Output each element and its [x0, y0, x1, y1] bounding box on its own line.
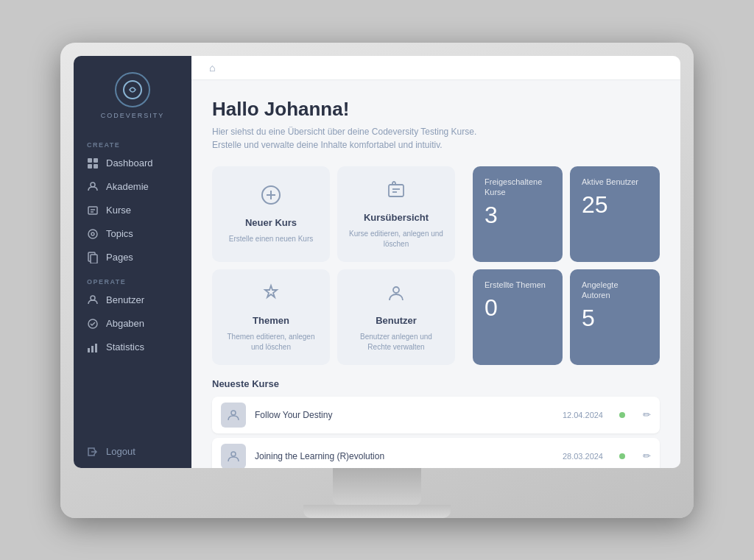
sidebar-item-label: Pages: [106, 252, 133, 263]
users-title: Benutzer: [376, 315, 417, 326]
stat-card-0: Freigeschaltene Kurse 3: [473, 166, 563, 262]
dashboard-icon: [87, 157, 99, 169]
abgaben-icon: [87, 318, 99, 330]
sidebar-item-akademie[interactable]: Akademie: [74, 175, 191, 199]
svg-rect-4: [94, 164, 98, 169]
logo-circle: [115, 72, 150, 107]
topics-sub: Themen editieren, anlegen und löschen: [222, 332, 320, 352]
benutzer-icon: [87, 294, 99, 306]
course-edit-button-0[interactable]: ✏: [643, 409, 651, 420]
svg-rect-17: [95, 344, 97, 352]
stat-label-1: Aktive Benutzer: [582, 177, 648, 187]
table-row: Joining the Learning (R)evolution 28.03.…: [212, 438, 660, 468]
course-thumb-icon: [226, 408, 241, 422]
svg-point-24: [393, 287, 399, 293]
sidebar-item-kurse[interactable]: Kurse: [74, 199, 191, 222]
sidebar: CODEVERSITY CREATE Dashboard Akademie Ku…: [74, 56, 191, 468]
svg-point-9: [88, 230, 97, 238]
kurse-icon: [87, 205, 99, 216]
stat-card-3: Angelegte Autoren 5: [570, 269, 660, 365]
sidebar-item-label: Statistics: [106, 341, 144, 352]
svg-rect-16: [91, 346, 94, 352]
course-date-0: 12.04.2024: [563, 411, 603, 419]
stat-card-1: Aktive Benutzer 25: [570, 166, 660, 262]
svg-rect-12: [91, 255, 97, 263]
course-name-1: Joining the Learning (R)evolution: [255, 451, 554, 461]
sidebar-item-label: Akademie: [106, 181, 149, 192]
logout-label: Logout: [106, 446, 135, 457]
logo-icon: [122, 79, 143, 100]
svg-point-26: [231, 452, 236, 456]
sidebar-item-benutzer[interactable]: Benutzer: [74, 288, 191, 312]
course-overview-sub: Kurse editieren, anlegen und löschen: [348, 229, 445, 249]
stat-label-0: Freigeschaltene Kurse: [485, 177, 551, 198]
sidebar-item-label: Benutzer: [106, 294, 144, 305]
course-status-dot-1: [619, 453, 625, 459]
create-section-label: CREATE: [74, 132, 191, 152]
pages-icon: [87, 252, 99, 263]
new-course-card[interactable]: Neuer Kurs Erstelle einen neuen Kurs: [212, 166, 330, 262]
dashboard-content: Hallo Johanna! Hier siehst du eine Übers…: [191, 80, 680, 468]
statistics-icon: [87, 341, 99, 353]
course-thumb-icon: [226, 449, 241, 464]
topbar: ⌂: [191, 56, 680, 80]
course-thumb-1: [221, 444, 246, 468]
topics-title: Themen: [253, 315, 289, 326]
sidebar-item-dashboard[interactable]: Dashboard: [74, 152, 191, 175]
stat-value-3: 5: [582, 305, 648, 332]
course-list: Follow Your Destiny 12.04.2024 ✏ Joining…: [212, 397, 660, 468]
breadcrumb-home[interactable]: ⌂: [209, 62, 215, 74]
greeting-title: Hallo Johanna!: [212, 98, 660, 121]
sidebar-item-label: Abgaben: [106, 318, 144, 329]
stat-value-0: 3: [485, 202, 551, 229]
course-overview-icon: [385, 179, 407, 206]
svg-rect-15: [88, 348, 90, 352]
sidebar-item-label: Dashboard: [106, 157, 153, 169]
logout-icon: [87, 446, 99, 458]
sidebar-logo: CODEVERSITY: [74, 56, 191, 132]
main-content-area: ⌂ Hallo Johanna! Hier siehst du eine Übe…: [191, 56, 680, 468]
new-course-title: Neuer Kurs: [245, 217, 297, 228]
course-edit-button-1[interactable]: ✏: [643, 450, 651, 461]
greeting-subtitle: Hier siehst du eine Übersicht über deine…: [212, 125, 660, 152]
course-overview-title: Kursübersicht: [364, 212, 429, 223]
course-thumb-0: [221, 403, 246, 428]
stat-label-2: Erstellte Themen: [485, 280, 551, 290]
svg-point-5: [91, 182, 95, 187]
topics-card[interactable]: Themen Themen editieren, anlegen und lös…: [212, 269, 330, 365]
svg-point-13: [91, 296, 95, 300]
stat-value-2: 0: [485, 294, 551, 322]
topics-icon: [87, 228, 99, 240]
svg-rect-2: [94, 158, 98, 163]
sidebar-item-label: Topics: [106, 228, 133, 239]
sidebar-item-abgaben[interactable]: Abgaben: [74, 312, 191, 336]
svg-rect-6: [88, 207, 97, 214]
svg-point-25: [231, 411, 236, 415]
course-status-dot-0: [619, 412, 625, 418]
akademie-icon: [87, 181, 99, 193]
stat-value-1: 25: [582, 191, 648, 219]
stat-label-3: Angelegte Autoren: [582, 280, 648, 301]
svg-rect-3: [88, 164, 92, 169]
topics-card-icon: [260, 282, 282, 309]
stat-cards-grid: Freigeschaltene Kurse 3 Aktive Benutzer …: [473, 166, 660, 365]
logout-button[interactable]: Logout: [74, 436, 191, 468]
svg-rect-21: [389, 185, 404, 196]
sidebar-item-statistics[interactable]: Statistics: [74, 336, 191, 359]
svg-rect-1: [88, 158, 92, 163]
sidebar-item-topics[interactable]: Topics: [74, 222, 191, 246]
logo-text: CODEVERSITY: [101, 112, 165, 119]
users-card[interactable]: Benutzer Benutzer anlegen und Rechte ver…: [337, 269, 455, 365]
new-course-icon: [260, 184, 282, 211]
table-row: Follow Your Destiny 12.04.2024 ✏: [212, 397, 660, 433]
sidebar-item-pages[interactable]: Pages: [74, 246, 191, 269]
stat-card-2: Erstellte Themen 0: [473, 269, 563, 365]
course-name-0: Follow Your Destiny: [255, 410, 554, 420]
new-course-sub: Erstelle einen neuen Kurs: [229, 234, 314, 244]
recent-courses-title: Neueste Kurse: [212, 378, 660, 389]
svg-point-0: [124, 81, 141, 99]
course-date-1: 28.03.2024: [563, 452, 603, 461]
course-overview-card[interactable]: Kursübersicht Kurse editieren, anlegen u…: [337, 166, 455, 262]
svg-point-10: [91, 233, 94, 235]
recent-courses-section: Neueste Kurse Follow Your Destiny 12.04.…: [212, 378, 660, 468]
